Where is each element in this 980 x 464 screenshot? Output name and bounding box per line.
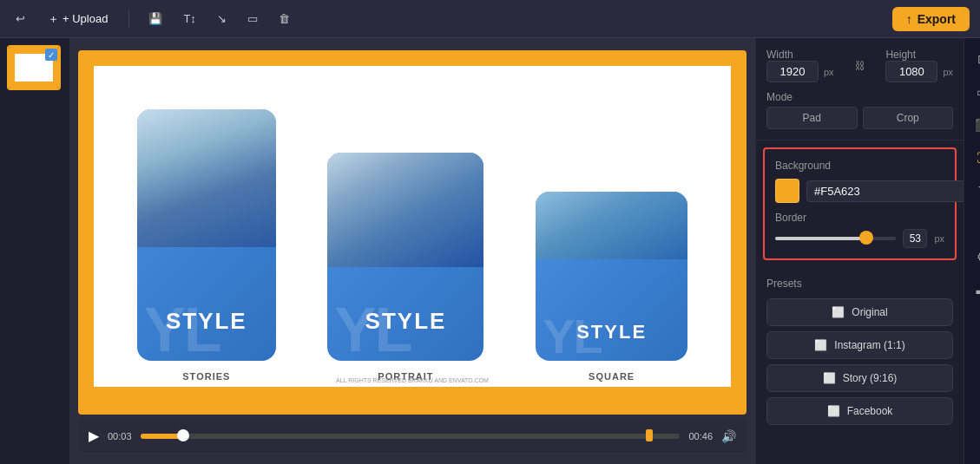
main-area: ✓ YL STYLE STORIES xyxy=(0,38,980,464)
mode-label: Mode xyxy=(766,91,953,103)
rect-button[interactable]: ▭ xyxy=(242,9,263,29)
dimensions-row: Width px ⛓ Height px xyxy=(766,49,953,82)
color-input[interactable] xyxy=(806,180,964,202)
thumbnail-panel: ✓ xyxy=(0,38,69,464)
portrait-card: YL STYLE xyxy=(327,153,483,361)
color-row xyxy=(775,179,944,203)
slider-thumb[interactable] xyxy=(859,231,873,245)
undo-icon: ↩ xyxy=(16,12,25,25)
height-input-group: px xyxy=(885,61,953,82)
stories-title: STYLE xyxy=(137,308,276,335)
width-input-group: px xyxy=(766,61,834,82)
upload-icon: ＋ xyxy=(48,11,59,27)
facebook-icon: ⬜ xyxy=(827,405,840,417)
timeline-track[interactable] xyxy=(141,434,681,439)
square-title: STYLE xyxy=(536,321,687,343)
color-swatch[interactable] xyxy=(775,179,799,203)
export-button[interactable]: ↑ Export xyxy=(892,7,970,31)
thumbnail-item[interactable]: ✓ xyxy=(7,45,61,90)
card-photo-stories xyxy=(137,109,276,248)
border-px: px xyxy=(934,233,944,244)
layer-tool-button[interactable]: ▭ xyxy=(969,78,981,106)
arrow-button[interactable]: ↘ xyxy=(212,9,232,29)
right-tools: ⊞ ▭ ⬛ ⛶ T ⠿ ⚙ ▬ xyxy=(964,38,980,464)
original-icon: ⬜ xyxy=(832,306,845,318)
slider-fill xyxy=(775,237,866,240)
frame-icon: ⛶ xyxy=(977,151,981,165)
export-icon: ↑ xyxy=(906,12,912,26)
toolbar: ↩ ＋ + Upload 💾 T↕ ↘ ▭ 🗑 ↑ Export xyxy=(0,0,980,38)
upload-button[interactable]: ＋ + Upload xyxy=(41,8,115,30)
elements-tool-button[interactable]: ⠿ xyxy=(969,210,981,238)
canvas-frame: YL STYLE STORIES YL STYLE PORTRAIT xyxy=(78,50,747,415)
save-icon: 💾 xyxy=(148,12,162,25)
photo-inner xyxy=(137,109,276,248)
canvas-area: YL STYLE STORIES YL STYLE PORTRAIT xyxy=(69,38,755,464)
portrait-title: STYLE xyxy=(327,308,483,335)
crop-button[interactable]: Crop xyxy=(863,107,954,129)
thumb-check: ✓ xyxy=(45,49,57,61)
current-time: 00:03 xyxy=(108,431,132,441)
background-section: Background Border 53 px xyxy=(763,147,957,260)
volume-icon[interactable]: 🔊 xyxy=(721,429,736,443)
crop-tool-button[interactable]: ⬛ xyxy=(969,111,981,139)
end-time: 00:46 xyxy=(688,431,713,441)
undo-button[interactable]: ↩ xyxy=(10,9,30,29)
play-button[interactable]: ▶ xyxy=(89,428,99,444)
media-icon: ▬ xyxy=(977,283,981,297)
height-input[interactable] xyxy=(885,61,937,82)
width-input[interactable] xyxy=(766,61,819,82)
photo-inner-square xyxy=(536,192,687,259)
layer-icon: ▭ xyxy=(977,85,980,99)
border-row: Border 53 px xyxy=(775,212,944,248)
border-label: Border xyxy=(775,212,944,224)
grid-icon: ⊞ xyxy=(977,52,981,66)
card-photo-square xyxy=(536,192,687,259)
trash-icon: 🗑 xyxy=(279,12,290,25)
height-group: Height px xyxy=(885,49,953,82)
media-tool-button[interactable]: ▬ xyxy=(969,276,981,304)
dimensions-section: Width px ⛓ Height px xyxy=(756,38,964,141)
text-tool-button[interactable]: T xyxy=(969,177,981,205)
preset-facebook[interactable]: ⬜ Facebook xyxy=(766,397,953,425)
timeline-thumb[interactable] xyxy=(177,429,189,441)
border-value: 53 xyxy=(903,229,927,248)
divider xyxy=(128,10,129,28)
text-button[interactable]: T↕ xyxy=(178,9,201,29)
arrow-icon: ↘ xyxy=(217,12,227,25)
timeline: ▶ 00:03 00:46 🔊 xyxy=(78,420,747,453)
background-label: Background xyxy=(775,160,944,172)
crop-tool-icon: ⬛ xyxy=(975,118,980,132)
frame-tool-button[interactable]: ⛶ xyxy=(969,144,981,172)
slider-track[interactable] xyxy=(775,237,896,240)
height-label: Height xyxy=(885,49,953,61)
preset-instagram[interactable]: ⬜ Instagram (1:1) xyxy=(766,331,953,359)
square-card: YL STYLE xyxy=(536,192,687,361)
card-photo-portrait xyxy=(327,153,483,267)
instagram-icon: ⬜ xyxy=(814,339,827,351)
timeline-end-marker xyxy=(646,429,653,441)
preset-story[interactable]: ⬜ Story (9:16) xyxy=(766,364,953,392)
settings-tool-button[interactable]: ⚙ xyxy=(969,243,981,271)
pad-button[interactable]: Pad xyxy=(766,107,858,129)
height-px: px xyxy=(943,67,953,77)
slider-row: 53 px xyxy=(775,229,944,248)
width-group: Width px xyxy=(766,49,834,82)
stories-card: YL STYLE xyxy=(137,109,276,361)
presets-section: Presets ⬜ Original ⬜ Instagram (1:1) ⬜ S… xyxy=(756,267,964,441)
delete-button[interactable]: 🗑 xyxy=(273,9,295,29)
story-icon: ⬜ xyxy=(823,372,836,384)
width-label: Width xyxy=(766,49,834,61)
mode-buttons: Pad Crop xyxy=(766,107,953,129)
sliders-icon: ⚙ xyxy=(977,250,980,264)
preset-original[interactable]: ⬜ Original xyxy=(766,298,953,326)
grid-tool-button[interactable]: ⊞ xyxy=(969,45,981,73)
photo-inner-portrait xyxy=(327,153,483,267)
save-button[interactable]: 💾 xyxy=(143,9,168,29)
text-icon: T↕ xyxy=(183,12,195,25)
link-icon: ⛓ xyxy=(855,60,865,72)
rect-icon: ▭ xyxy=(247,12,258,25)
presets-label: Presets xyxy=(766,278,953,290)
mode-group: Mode Pad Crop xyxy=(766,91,953,129)
right-panel: Width px ⛓ Height px xyxy=(755,38,964,464)
